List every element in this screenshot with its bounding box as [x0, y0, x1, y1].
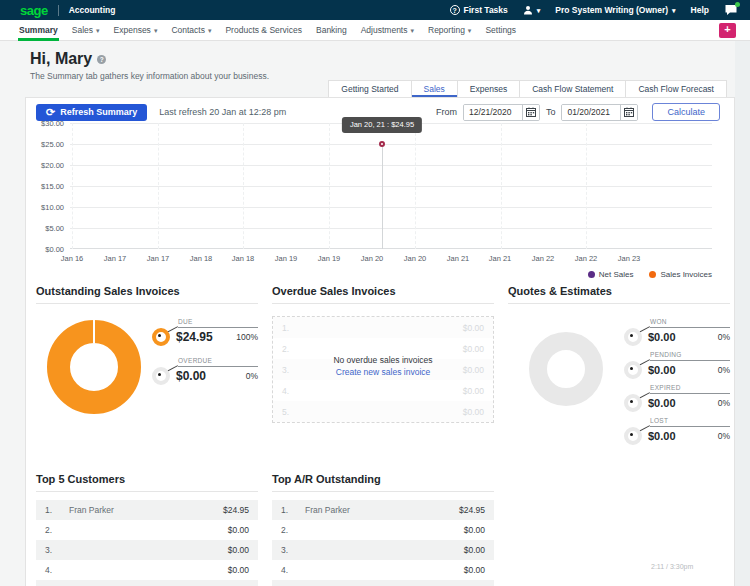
table-row[interactable]: 3.$0.00 [36, 540, 258, 560]
stat-won: WON $0.00 0% [624, 318, 730, 346]
outstanding-sales-invoices-widget: Outstanding Sales Invoices DUE $2 [36, 285, 258, 450]
first-tasks-button[interactable]: First Tasks [450, 5, 508, 15]
nav-banking[interactable]: Banking [309, 20, 354, 41]
quotes-donut-chart[interactable] [529, 332, 603, 406]
nav-contacts[interactable]: Contacts [164, 20, 218, 41]
row-amount: $0.00 [464, 545, 485, 555]
row-amount: $0.00 [228, 525, 249, 535]
nav-sales[interactable]: Sales [65, 20, 107, 41]
stat-value: $0.00 [648, 364, 676, 376]
chevron-down-icon [537, 5, 541, 15]
mini-donut-icon[interactable] [624, 361, 642, 379]
gridline [70, 144, 712, 145]
nav-adjustments[interactable]: Adjustments [354, 20, 421, 41]
calendar-icon[interactable] [522, 105, 539, 120]
chevron-down-icon [208, 25, 212, 35]
stat-label: LOST [650, 417, 730, 427]
ghost-row: 5.$0.00 [273, 401, 493, 422]
page-title-text: Hi, Mary [30, 50, 92, 68]
help-link[interactable]: Help [691, 5, 709, 15]
nav-settings[interactable]: Settings [478, 20, 523, 41]
mini-donut-icon[interactable] [624, 427, 642, 445]
to-label: To [546, 107, 556, 117]
stat-percent: 0% [718, 365, 730, 375]
ghost-row: 1.$0.00 [273, 317, 493, 338]
to-date-input[interactable] [562, 105, 620, 120]
nav-expenses[interactable]: Expenses [107, 20, 165, 41]
data-point-marker[interactable] [379, 141, 385, 147]
mini-donut-icon[interactable] [152, 367, 170, 385]
stat-percent: 0% [718, 398, 730, 408]
account-menu-button[interactable]: Pro System Writing (Owner) [555, 5, 675, 15]
x-tick: Jan 20 [393, 254, 437, 263]
legend-net-sales[interactable]: Net Sales [588, 270, 634, 279]
y-tick: $30.00 [41, 119, 64, 128]
table-row[interactable]: 4.$0.00 [272, 560, 494, 580]
y-tick: $25.00 [41, 140, 64, 149]
x-tick: Jan 21 [478, 254, 522, 263]
table-row[interactable]: 5.$0.00 [36, 580, 258, 586]
mini-donut-icon[interactable] [152, 328, 170, 346]
product-name: Accounting [69, 5, 116, 15]
from-date-input[interactable] [464, 105, 522, 120]
outstanding-donut-chart[interactable] [47, 320, 141, 414]
messages-button[interactable] [724, 4, 738, 16]
calculate-button[interactable]: Calculate [652, 103, 720, 121]
user-menu-button[interactable] [523, 5, 541, 15]
table-row[interactable]: 1.Fran Parker$24.95 [36, 500, 258, 520]
legend-label: Sales Invoices [660, 270, 712, 279]
legend-dot-icon [649, 271, 656, 278]
nav-summary[interactable]: Summary [12, 20, 65, 41]
sage-logo[interactable]: sage [20, 4, 48, 17]
gridline [158, 123, 159, 249]
row-amount: $0.00 [463, 407, 484, 417]
stat-pending: PENDING $0.00 0% [624, 351, 730, 379]
mini-donut-icon[interactable] [624, 328, 642, 346]
row-amount: $0.00 [464, 525, 485, 535]
refresh-summary-label: Refresh Summary [60, 107, 137, 117]
summary-card: Refresh Summary Last refresh 20 Jan at 1… [25, 97, 735, 586]
gridline [70, 248, 712, 249]
tab-getting-started[interactable]: Getting Started [328, 80, 410, 97]
row-number: 2. [45, 525, 69, 535]
top-customers-table: 1.Fran Parker$24.95 2.$0.00 3.$0.00 4.$0… [36, 500, 258, 586]
row-number: 4. [282, 386, 289, 396]
stat-percent: 0% [718, 332, 730, 342]
legend-sales-invoices[interactable]: Sales Invoices [649, 270, 712, 279]
tab-expenses[interactable]: Expenses [457, 80, 519, 97]
x-tick: Jan 21 [436, 254, 480, 263]
brand-group: sage Accounting [20, 4, 115, 17]
tab-sales[interactable]: Sales [411, 80, 457, 97]
create-sales-invoice-link[interactable]: Create new sales invoice [273, 367, 493, 377]
row-amount: $0.00 [463, 386, 484, 396]
info-icon[interactable] [97, 55, 106, 64]
row-number: 3. [45, 545, 69, 555]
stat-value: $0.00 [648, 430, 676, 442]
timestamp-watermark: 2:11 / 3:30pm [651, 563, 693, 570]
overdue-sales-invoices-widget: Overdue Sales Invoices 1.$0.00 2.$0.00 3… [272, 285, 494, 450]
row-number: 4. [45, 565, 69, 575]
empty-list-box: 1.$0.00 2.$0.00 3.$0.00 4.$0.00 5.$0.00 … [272, 316, 494, 423]
x-tick: Jan 22 [564, 254, 608, 263]
table-row[interactable]: 1.Fran Parker$24.95 [272, 500, 494, 520]
tables-row: Top 5 Customers 1.Fran Parker$24.95 2.$0… [34, 473, 726, 586]
scrollbar-gutter[interactable] [735, 41, 750, 586]
to-date-field [561, 104, 638, 121]
table-row[interactable]: 5.$0.00 [272, 580, 494, 586]
nav-products-services[interactable]: Products & Services [218, 20, 309, 41]
quick-add-button[interactable]: + [719, 23, 736, 38]
stat-label: WON [650, 318, 730, 328]
nav-reporting[interactable]: Reporting [421, 20, 478, 41]
tab-cash-flow-statement[interactable]: Cash Flow Statement [519, 80, 625, 97]
calendar-icon[interactable] [620, 105, 637, 120]
table-row[interactable]: 2.$0.00 [36, 520, 258, 540]
table-row[interactable]: 2.$0.00 [272, 520, 494, 540]
chevron-down-icon [410, 25, 414, 35]
mini-donut-icon[interactable] [624, 394, 642, 412]
plot-area[interactable]: Jan 20, 21 : $24.95 Jan 16 Jan 17 Jan 17… [70, 123, 712, 249]
table-row[interactable]: 3.$0.00 [272, 540, 494, 560]
table-row[interactable]: 4.$0.00 [36, 560, 258, 580]
gridline [70, 186, 712, 187]
gridline [415, 123, 416, 249]
tab-cash-flow-forecast[interactable]: Cash Flow Forecast [625, 80, 727, 97]
